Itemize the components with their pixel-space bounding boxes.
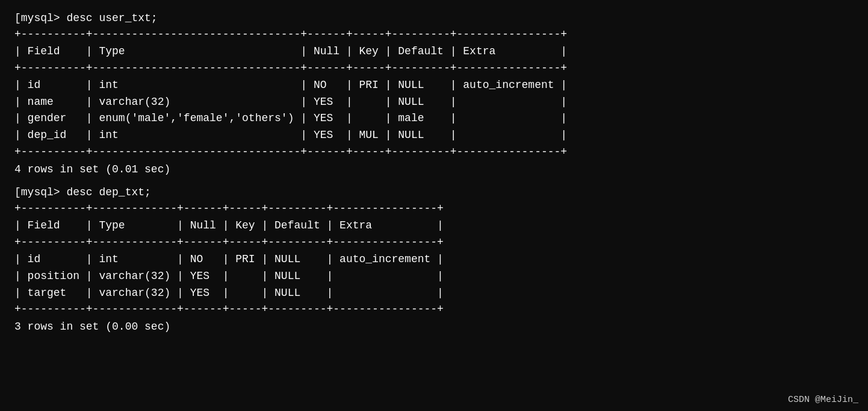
rows-info-1: 4 rows in set (0.01 sec): [14, 163, 854, 175]
watermark: CSDN @MeiJin_: [788, 395, 858, 405]
mysql-block-1: [mysql> desc user_txt; +----------+-----…: [14, 12, 854, 175]
mysql-block-2: [mysql> desc dep_txt; +----------+------…: [14, 186, 854, 333]
command-1: [mysql> desc user_txt;: [14, 12, 854, 24]
rows-info-2: 3 rows in set (0.00 sec): [14, 321, 854, 333]
command-2: [mysql> desc dep_txt;: [14, 186, 854, 198]
table-2: +----------+-------------+------+-----+-…: [14, 201, 854, 318]
table-1: +----------+----------------------------…: [14, 27, 854, 161]
